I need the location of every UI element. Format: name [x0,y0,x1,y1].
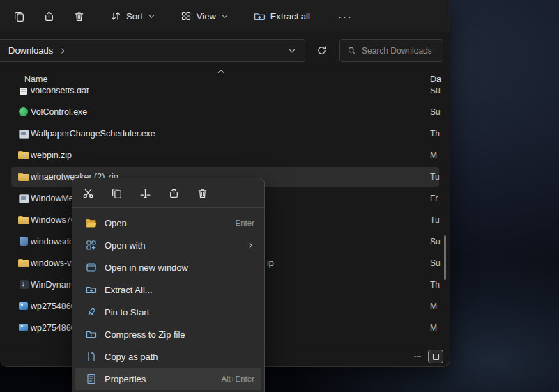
menu-item-label: Copy as path [105,352,254,362]
app-icon [18,193,29,204]
copy-button[interactable] [7,6,31,27]
delete-button[interactable] [67,6,91,27]
address-bar[interactable]: Downloads [0,39,305,62]
delete-button[interactable] [196,187,209,200]
file-name: WindowMe [31,194,74,203]
file-name: Windows7G [31,215,77,225]
breadcrumb[interactable]: Downloads [8,45,53,56]
menu-item-label: Extract All... [105,285,254,295]
column-date[interactable]: Da [430,75,441,84]
file-date: Fr [430,194,448,203]
chevron-down-icon [148,13,155,20]
copy-button[interactable] [110,187,123,200]
refresh-button[interactable] [309,39,333,62]
menu-item-open-with[interactable]: Open with [75,234,261,256]
file-row[interactable]: webpin.zip M [0,144,450,166]
large-thumbnails-view-button[interactable] [429,350,443,363]
zip-folder-icon [254,10,266,22]
address-row: Downloads [0,32,450,68]
sort-button[interactable]: Sort [104,6,162,26]
large-thumbnails-view-icon [431,352,441,361]
file-name: windows-vi [31,258,73,268]
compress-icon [85,329,97,340]
file-date: M [430,323,448,333]
rename-icon [139,187,151,199]
context-menu-items: Open Enter Open with Open in new window [72,208,264,392]
view-grid-icon [181,10,192,22]
file-name: WallpaperChangeScheduler.exe [31,129,155,139]
sort-arrows-icon [110,10,121,22]
view-button[interactable]: View [174,6,235,26]
app-icon [18,128,29,139]
document-icon [18,88,29,96]
menu-item-label: Compress to Zip file [105,329,254,340]
file-name: windowsde [31,237,74,246]
pin-icon [85,306,97,318]
menu-item-label: Open with [105,240,239,251]
file-name: volconsetts.dat [31,88,89,95]
cut-icon [82,187,94,199]
menu-item-pin-to-start[interactable]: Pin to Start [75,301,261,323]
details-view-button[interactable] [411,350,424,363]
share-icon [168,187,180,199]
copy-icon [111,187,123,199]
file-name: VolControl.exe [31,107,87,117]
share-button[interactable] [167,187,181,200]
delete-icon [73,10,85,22]
share-icon [43,10,55,22]
menu-item-open-in-new-window[interactable]: Open in new window [75,256,261,279]
file-date: Th [430,280,448,290]
context-menu: Open Enter Open with Open in new window [72,178,265,392]
view-toggles [411,350,443,363]
toolbar: Sort View Extract all [0,0,450,32]
sort-ascending-chevron-icon[interactable] [217,68,225,74]
file-date: Su [430,258,448,268]
chevron-down-icon [221,13,229,20]
extract-all-button[interactable]: Extract all [247,6,316,27]
more-options-button[interactable]: ··· [332,6,359,27]
menu-item-extract-all[interactable]: Extract All... [75,279,261,301]
file-date: Tu [430,172,448,182]
column-name[interactable]: Name [24,75,47,84]
file-date: Su [430,237,448,246]
open-with-icon [85,240,97,251]
details-view-icon [413,352,422,361]
new-window-icon [85,262,97,274]
file-date: Su [430,88,448,95]
file-row[interactable]: VolControl.exe Su [0,101,450,123]
app-icon [18,236,29,247]
menu-item-label: Open [105,218,228,228]
chevron-right-icon [59,47,66,54]
image-icon [18,301,29,312]
sort-label: Sort [126,11,143,22]
search-icon [347,46,356,55]
menu-item-compress-to-zip[interactable]: Compress to Zip file [75,323,261,345]
download-arrow-icon [18,279,29,290]
share-button[interactable] [37,6,61,27]
file-date: Tu [430,215,448,225]
extract-icon [85,284,97,296]
copy-path-icon [85,351,97,363]
file-row[interactable]: volconsetts.dat Su [0,88,450,101]
search-input[interactable] [362,46,436,56]
file-row[interactable]: WallpaperChangeScheduler.exe Th [0,123,450,144]
file-date: Th [430,129,448,139]
zip-folder-icon [18,214,29,226]
menu-item-open[interactable]: Open Enter [75,212,261,234]
menu-item-properties[interactable]: Properties Alt+Enter [75,368,261,390]
search-box [339,39,443,62]
file-name: webpin.zip [31,150,72,160]
cut-button[interactable] [82,187,95,200]
extract-all-label: Extract all [270,11,310,22]
menu-item-copy-as-path[interactable]: Copy as path [75,345,261,368]
address-dropdown-chevron-icon[interactable] [288,47,296,55]
delete-icon [197,187,208,199]
zip-folder-icon [18,150,29,161]
folder-open-icon [85,217,97,229]
rename-button[interactable] [139,187,152,200]
file-name: WinDynami [31,280,75,290]
refresh-icon [316,45,327,56]
submenu-chevron-icon [247,242,254,249]
image-icon [18,322,29,334]
shortcut-label: Alt+Enter [221,375,254,383]
